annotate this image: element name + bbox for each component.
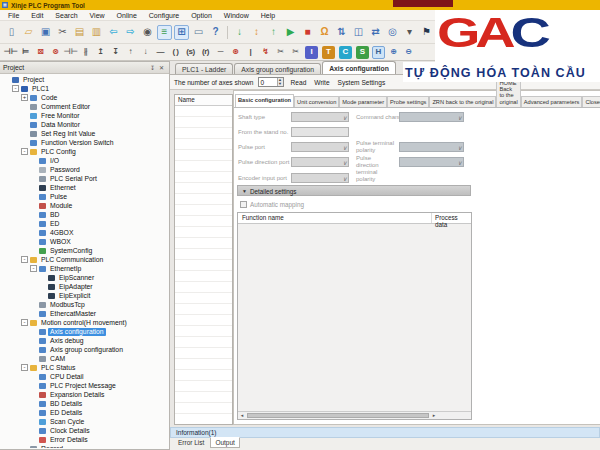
automatic-mapping-checkbox[interactable] <box>240 201 247 208</box>
stand-no-input[interactable] <box>291 127 349 137</box>
delete-line-icon[interactable]: ↯ <box>259 46 272 59</box>
name-column-header[interactable]: Name <box>175 95 232 106</box>
counter-instruction-icon[interactable]: C <box>339 46 352 59</box>
tree-item-i-o[interactable]: I/O <box>1 156 168 165</box>
tree-item-module[interactable]: Module <box>1 201 168 210</box>
encoder-input-port-select[interactable]: ∨ <box>291 173 349 183</box>
draw-vertical-line-icon[interactable]: ↑ <box>124 46 137 59</box>
tree-item-4gbox[interactable]: 4GBOX <box>1 228 168 237</box>
insert-parallel-contact-icon[interactable]: ⊨ <box>19 46 32 59</box>
tree-item-bd-details[interactable]: BD Details <box>1 399 168 408</box>
config-tab-probe-settings[interactable]: Probe settings <box>387 96 429 107</box>
tree-item-eipscanner[interactable]: EipScanner <box>1 273 168 282</box>
horizontal-scale-icon[interactable]: H <box>372 46 385 59</box>
menu-item-option[interactable]: Option <box>185 10 218 21</box>
output-coil-icon[interactable]: ( ) <box>169 46 182 59</box>
ladder-view-icon[interactable]: ≡ <box>157 25 172 40</box>
redo-icon[interactable]: ⇨ <box>123 25 138 40</box>
tree-item-eipexplicit[interactable]: EipExplicit <box>1 291 168 300</box>
undo-icon[interactable]: ⇦ <box>106 25 121 40</box>
tree-item-cpu-detail[interactable]: CPU Detail <box>1 372 168 381</box>
open-project-icon[interactable]: ▱ <box>21 25 36 40</box>
tree-item-password[interactable]: Password <box>1 165 168 174</box>
menu-item-online[interactable]: Online <box>111 10 143 21</box>
compare-with-plc-icon[interactable]: ↕ <box>249 25 264 40</box>
function-name-column[interactable]: Function name <box>238 213 432 223</box>
copy-icon[interactable]: ▤ <box>72 25 87 40</box>
search-zoom-icon[interactable]: ◎ <box>385 25 400 40</box>
tree-item-plc-status[interactable]: - PLC Status <box>1 363 168 372</box>
instruction-list-view-icon[interactable]: ⊞ <box>174 25 189 40</box>
tree-item-axis-debug[interactable]: Axis debug <box>1 336 168 345</box>
config-tab-basic-configuration[interactable]: Basic configuration <box>235 94 294 107</box>
falling-edge-contact-icon[interactable]: ↧ <box>109 46 122 59</box>
tree-item-error-details[interactable]: Error Details <box>1 435 168 444</box>
set-coil-icon[interactable]: (s) <box>184 46 197 59</box>
config-tab-closed-loop-configuration[interactable]: Closed loop configuration <box>582 96 600 107</box>
tree-item-ethernetip[interactable]: - EthernetIp <box>1 264 168 273</box>
function-instruction-icon[interactable]: S <box>356 46 369 59</box>
axes-count-spinner[interactable]: 0 ▲ ▼ <box>258 77 284 87</box>
pulse-direction-port-select[interactable]: ∨ <box>291 157 349 167</box>
expander-icon[interactable]: - <box>21 148 28 155</box>
rising-edge-contact-icon[interactable]: ↥ <box>94 46 107 59</box>
tree-item-plc-communication[interactable]: - PLC Communication <box>1 255 168 264</box>
closed-contact-icon[interactable]: ∦ <box>79 46 92 59</box>
tree-item-pulse[interactable]: Pulse <box>1 192 168 201</box>
menu-item-view[interactable]: View <box>84 10 111 21</box>
menu-item-file[interactable]: File <box>2 10 25 21</box>
tree-item-plc-serial-port[interactable]: PLC Serial Port <box>1 174 168 183</box>
draw-horizontal-line-icon[interactable]: — <box>154 46 167 59</box>
tree-item-ed[interactable]: ED <box>1 219 168 228</box>
delete-contact-icon[interactable]: ⊠ <box>34 46 47 59</box>
tree-item-eipadapter[interactable]: EipAdapter <box>1 282 168 291</box>
process-data-column[interactable]: Process data <box>432 213 471 223</box>
compare-project-icon[interactable]: ⇄ <box>368 25 383 40</box>
tree-item-wbox[interactable]: WBOX <box>1 237 168 246</box>
tree-item-code[interactable]: + Code <box>1 93 168 102</box>
tree-item-systemconfig[interactable]: SystemConfig <box>1 246 168 255</box>
vertical-bar-tool-icon[interactable]: | <box>244 46 257 59</box>
expander-icon[interactable]: + <box>21 94 28 101</box>
cut-rising-icon[interactable]: ✂ <box>274 46 287 59</box>
tree-item-ethernet[interactable]: Ethernet <box>1 183 168 192</box>
tree-item-axis-group-configuration[interactable]: Axis group configuration <box>1 345 168 354</box>
spinner-down-icon[interactable]: ▼ <box>278 82 283 86</box>
upload-from-plc-icon[interactable]: ↑ <box>266 25 281 40</box>
insert-open-contact-icon[interactable]: ⊣⊢ <box>4 46 17 59</box>
scroll-left-icon[interactable]: ◂ <box>238 412 246 419</box>
run-plc-icon[interactable]: ▶ <box>283 25 298 40</box>
dropdown-arrow-icon[interactable]: ▾ <box>402 25 417 40</box>
tree-item-ed-details[interactable]: ED Details <box>1 408 168 417</box>
menu-item-configure[interactable]: Configure <box>143 10 185 21</box>
scroll-right-icon[interactable]: ▸ <box>430 412 438 419</box>
tree-item-project[interactable]: Project <box>1 75 168 84</box>
tree-item-data-monitor[interactable]: Data Monitor <box>1 120 168 129</box>
config-tab-unit-conversion[interactable]: Unit conversion <box>294 96 339 107</box>
delete-parallel-contact-icon[interactable]: ⊗ <box>49 46 62 59</box>
tab-plc1-ladder[interactable]: PLC1 - Ladder <box>175 63 233 74</box>
monitor-search-icon[interactable]: ◫ <box>351 25 366 40</box>
button-write[interactable]: Write <box>311 78 332 87</box>
help-icon[interactable]: ? <box>208 25 223 40</box>
tree-item-cam[interactable]: CAM <box>1 354 168 363</box>
shaft-type-select[interactable]: ∨ <box>291 112 349 122</box>
horizontal-line-icon[interactable]: ─ <box>214 46 227 59</box>
tree-item-motion-control-h-movement[interactable]: - Motion control(H movement) <box>1 318 168 327</box>
pulse-port-select[interactable]: ∨ <box>291 142 349 152</box>
inverse-output-icon[interactable]: ⊛ <box>229 46 242 59</box>
reset-coil-icon[interactable]: (r) <box>199 46 212 59</box>
paste-icon[interactable]: ▥ <box>89 25 104 40</box>
expander-icon[interactable]: - <box>12 85 19 92</box>
tree-item-clock-details[interactable]: Clock Details <box>1 426 168 435</box>
menu-item-edit[interactable]: Edit <box>25 10 49 21</box>
tree-item-plc-config[interactable]: - PLC Config <box>1 147 168 156</box>
tree-item-scan-cycle[interactable]: Scan Cycle <box>1 417 168 426</box>
pin-icon[interactable]: ↧ <box>148 64 157 71</box>
tree-item-free-monitor[interactable]: Free Monitor <box>1 111 168 120</box>
find-icon[interactable]: ◉ <box>140 25 155 40</box>
horizontal-scrollbar[interactable]: ◂ ▸ <box>238 411 471 419</box>
pulse-direction-polarity-select[interactable]: ∨ <box>399 157 464 167</box>
expander-icon[interactable]: - <box>21 319 28 326</box>
tab-axis-configuration[interactable]: Axis configuration <box>322 61 396 74</box>
